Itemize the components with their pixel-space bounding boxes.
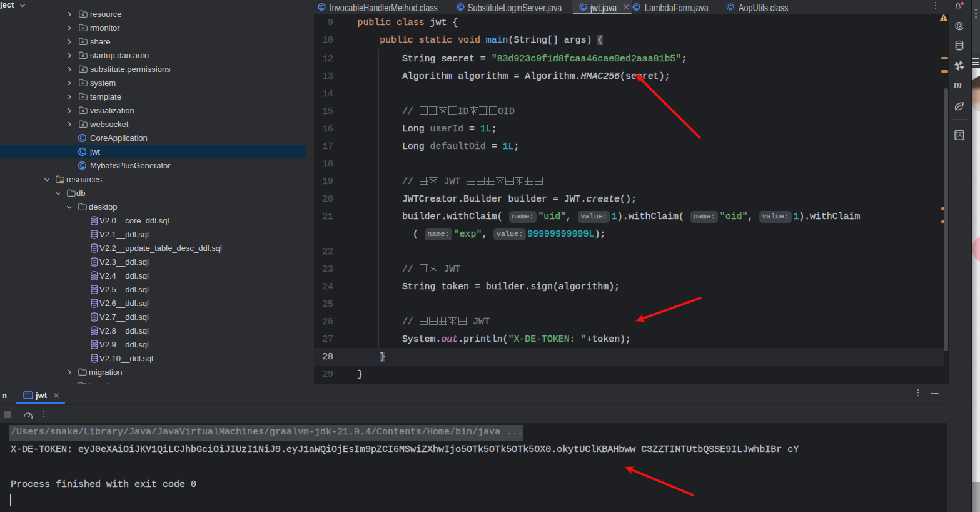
svg-text:A: A: [958, 132, 962, 138]
